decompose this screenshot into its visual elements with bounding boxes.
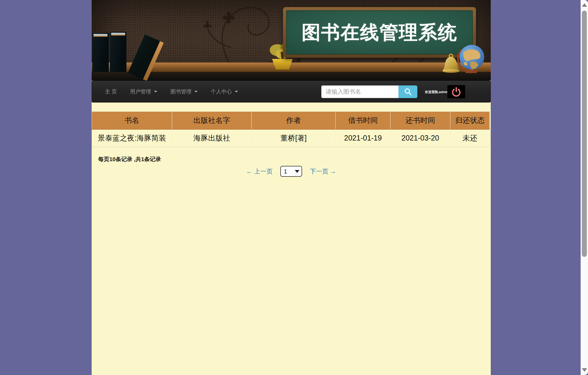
- column-header-return-status: 归还状态: [450, 112, 490, 129]
- nav-item-label: 图书管理: [170, 88, 192, 95]
- nav-item-label: 用户管理: [130, 88, 151, 95]
- prev-page-link[interactable]: ← 上一页: [246, 167, 273, 176]
- book-decoration: [92, 33, 109, 72]
- table-header-row: 书名 出版社名字 作者 借书时间 还书时间 归还状态: [92, 112, 490, 129]
- chalkboard: 图书在线管理系统: [283, 7, 476, 58]
- nav-item-personal-center[interactable]: 个人中心: [211, 88, 238, 95]
- nav-item-book-management[interactable]: 图书管理: [170, 88, 198, 95]
- search-form: [321, 85, 417, 98]
- record-count-summary: 每页10条记录 ,共1条记录: [98, 156, 161, 163]
- browser-viewport: 图书在线管理系统: [0, 0, 588, 375]
- logout-button[interactable]: [447, 85, 465, 98]
- cell-return-date: 2021-03-20: [391, 129, 450, 147]
- vertical-scrollbar[interactable]: [581, 0, 588, 375]
- page-number-select[interactable]: 1: [280, 166, 302, 177]
- chevron-down-icon: [235, 91, 238, 92]
- search-input[interactable]: [321, 85, 398, 98]
- column-header-publisher: 出版社名字: [172, 112, 252, 129]
- borrow-records-section: 书名 出版社名字 作者 借书时间 还书时间 归还状态 景泰蓝之夜:海豚简装 海豚…: [92, 111, 491, 147]
- column-header-return-date: 还书时间: [391, 112, 450, 129]
- column-header-book-name: 书名: [92, 112, 172, 129]
- search-icon: [404, 88, 412, 96]
- chalkboard-surface: 图书在线管理系统: [286, 10, 473, 54]
- scrollbar-thumb[interactable]: [582, 11, 587, 257]
- cell-return-status: 未还: [450, 129, 490, 147]
- column-header-author: 作者: [252, 112, 336, 129]
- column-header-borrow-date: 借书时间: [336, 112, 391, 129]
- globe-decoration: [457, 44, 486, 75]
- nav-item-label: 个人中心: [211, 88, 232, 95]
- book-decoration: [110, 32, 126, 72]
- chevron-down-icon: [154, 91, 157, 92]
- nav-item-user-management[interactable]: 用户管理: [130, 88, 157, 95]
- power-icon: [451, 86, 462, 98]
- nav-links: 主 页 用户管理 图书管理 个人中心: [105, 81, 238, 102]
- welcome-message: 欢迎登陆,admin!: [425, 90, 448, 94]
- page-select-wrap: 1: [280, 166, 302, 177]
- table-row: 景泰蓝之夜:海豚简装 海豚出版社 董桥[著] 2021-01-19 2021-0…: [92, 129, 490, 147]
- scrollbar-down-arrow-icon[interactable]: [582, 368, 587, 372]
- shelf-shadow-decoration: [92, 72, 491, 80]
- nav-item-home[interactable]: 主 页: [105, 88, 117, 95]
- cell-book-name: 景泰蓝之夜:海豚简装: [92, 129, 172, 147]
- main-navbar: 主 页 用户管理 图书管理 个人中心: [92, 80, 491, 103]
- header-banner: 图书在线管理系统: [92, 0, 491, 80]
- cell-publisher: 海豚出版社: [172, 129, 252, 147]
- borrow-records-table: 书名 出版社名字 作者 借书时间 还书时间 归还状态 景泰蓝之夜:海豚简装 海豚…: [92, 111, 490, 147]
- page-content: 图书在线管理系统: [92, 0, 491, 375]
- search-button[interactable]: [398, 85, 417, 98]
- cell-borrow-date: 2021-01-19: [336, 129, 391, 147]
- nav-item-label: 主 页: [105, 88, 117, 95]
- pagination-controls: ← 上一页 1 下一页 →: [92, 166, 491, 177]
- next-page-link[interactable]: 下一页 →: [310, 167, 336, 176]
- site-title: 图书在线管理系统: [302, 20, 457, 45]
- chevron-down-icon: [194, 91, 198, 92]
- scrollbar-up-arrow-icon[interactable]: [582, 3, 587, 7]
- cell-author: 董桥[著]: [252, 129, 336, 147]
